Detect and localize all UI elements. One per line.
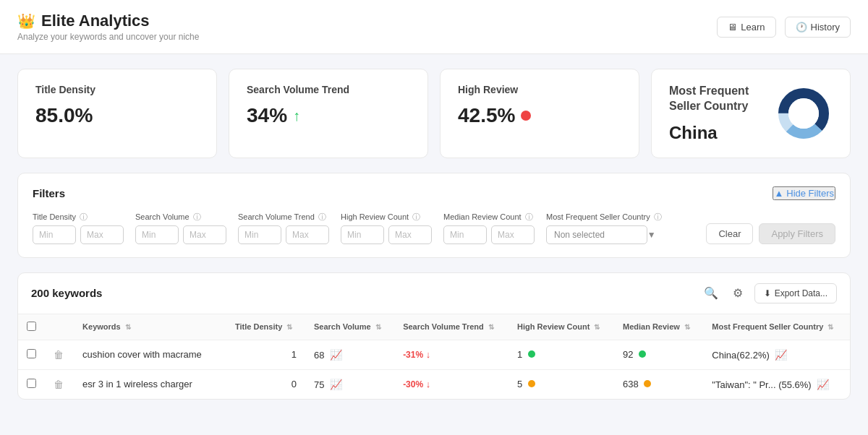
chevron-down-icon: ▼ [647,230,656,240]
filter-label-seller-country: Most Frequent Seller Country ⓘ [546,212,662,223]
high-review-min-input[interactable] [341,225,384,244]
history-icon: 🕐 [796,22,807,33]
row2-delete-icon[interactable]: 🗑 [54,379,64,390]
row2-title-density: 0 [226,369,305,399]
export-button[interactable]: ⬇ Export Data... [754,283,837,303]
sort-search-volume-icon[interactable]: ⇅ [375,323,381,331]
trend-up-icon: ↑ [293,108,300,124]
seller-country-text: Most Frequent Seller Country China [669,84,775,143]
sort-seller-country-icon[interactable]: ⇅ [827,323,833,331]
table-title: 200 keywords [31,287,102,299]
clear-filters-button[interactable]: Clear [706,223,753,244]
row1-sv-trend: -31% ↓ [394,340,509,369]
hide-filters-button[interactable]: ▲ Hide Filters [773,186,835,200]
row1-median-dot [639,350,646,358]
high-review-max-input[interactable] [388,225,432,244]
app-header: 👑 Elite Analytics Analyze your keywords … [0,0,868,54]
row1-sv-trend-down-icon: ↓ [426,349,431,360]
title-density-min-input[interactable] [33,225,76,244]
th-search-volume: Search Volume ⇅ [305,314,394,340]
row2-median-review: 638 [614,369,703,399]
info-icon-seller-country: ⓘ [654,212,662,223]
title-density-max-input[interactable] [80,225,124,244]
export-label: Export Data... [775,288,827,298]
seller-country-select[interactable]: Non selected China USA Taiwan [546,225,647,244]
filter-group-seller-country: Most Frequent Seller Country ⓘ Non selec… [546,212,662,244]
seller-country-select-wrap: Non selected China USA Taiwan ▼ [546,225,662,244]
header-left: 👑 Elite Analytics Analyze your keywords … [17,12,199,42]
row1-delete-cell: 🗑 [45,340,74,369]
sort-high-review-count-icon[interactable]: ⇅ [594,323,600,331]
keywords-table: Keywords ⇅ Title Density ⇅ Search Volume… [18,314,850,399]
filters-panel: Filters ▲ Hide Filters Title Density ⓘ [17,173,851,258]
table-header: 200 keywords 🔍 ⚙ ⬇ Export Data... [18,273,850,314]
title-density-label: Title Density [35,84,199,95]
stat-card-high-review: High Review 42.5% [440,69,639,158]
search-button[interactable]: 🔍 [701,283,721,303]
monitor-icon: 🖥 [728,22,737,33]
sort-title-density-icon[interactable]: ⇅ [286,323,292,331]
learn-button[interactable]: 🖥 Learn [717,17,775,38]
filter-group-high-review: High Review Count ⓘ [341,212,432,244]
hide-filters-label: Hide Filters [786,188,834,199]
th-checkbox [18,314,45,340]
filters-header: Filters ▲ Hide Filters [33,186,835,200]
filter-inputs-title-density [33,225,124,244]
row1-checkbox[interactable] [27,349,36,358]
sort-median-review-icon[interactable]: ⇅ [684,323,690,331]
filter-label-median-review: Median Review Count ⓘ [443,212,535,223]
th-title-density: Title Density ⇅ [226,314,305,340]
row1-delete-icon[interactable]: 🗑 [54,349,64,361]
sort-sv-trend-icon[interactable]: ⇅ [488,323,494,331]
row2-high-review-count: 5 [509,369,614,399]
filter-label-sv-trend: Search Volume Trend ⓘ [238,212,329,223]
row2-checkbox[interactable] [27,379,36,388]
filters-title: Filters [33,187,65,199]
seller-country-value: China [669,123,775,143]
sv-trend-max-input[interactable] [286,225,329,244]
sv-trend-min-input[interactable] [238,225,281,244]
th-median-review: Median Review ⇅ [614,314,703,340]
history-button[interactable]: 🕐 History [785,17,851,38]
row2-seller-trend-icon: 📈 [817,379,829,390]
svg-point-3 [788,98,819,129]
search-volume-min-input[interactable] [135,225,179,244]
th-actions [45,314,74,340]
filter-inputs-median-review [443,225,535,244]
filter-label-search-volume: Search Volume ⓘ [135,212,226,223]
stat-card-title-density: Title Density 85.0% [17,69,217,158]
stat-card-search-volume-trend: Search Volume Trend 34% ↑ [229,69,428,158]
table-section: 200 keywords 🔍 ⚙ ⬇ Export Data... Ke [17,272,851,400]
th-seller-country: Most Frequent Seller Country ⇅ [703,314,850,340]
th-sv-trend: Search Volume Trend ⇅ [394,314,509,340]
filter-inputs-sv-trend [238,225,329,244]
info-icon-median-review: ⓘ [525,212,533,223]
settings-button[interactable]: ⚙ [730,283,746,303]
select-all-checkbox[interactable] [27,322,36,331]
th-high-review-count: High Review Count ⇅ [509,314,614,340]
header-actions: 🖥 Learn 🕐 History [717,17,851,38]
sort-keywords-icon[interactable]: ⇅ [125,323,131,331]
apply-filters-button[interactable]: Apply Filters [759,223,835,244]
row2-sv-trend: -30% ↓ [394,369,509,399]
table-body: 🗑 cushion cover with macrame 1 68 📈 -31%… [18,340,850,399]
filters-row: Title Density ⓘ Search Volume ⓘ [33,210,835,244]
median-review-min-input[interactable] [443,225,487,244]
search-volume-max-input[interactable] [183,225,226,244]
row1-high-review-dot [528,350,535,358]
row2-checkbox-cell [18,369,45,399]
seller-country-label: Most Frequent Seller Country [669,84,775,114]
row1-seller-trend-icon: 📈 [775,349,787,361]
donut-chart [775,85,833,142]
filter-group-median-review: Median Review Count ⓘ [443,212,535,244]
row2-keyword: esr 3 in 1 wireless charger [74,369,226,399]
row2-high-review-dot [528,380,535,387]
high-review-label: High Review [458,84,621,95]
row2-median-dot [644,380,651,387]
median-review-max-input[interactable] [491,225,535,244]
app-title-text: Elite Analytics [41,12,150,30]
app-subtitle: Analyze your keywords and uncover your n… [17,32,199,42]
info-icon-title-density: ⓘ [80,212,88,223]
filter-group-search-volume: Search Volume ⓘ [135,212,226,244]
history-label: History [811,22,840,33]
